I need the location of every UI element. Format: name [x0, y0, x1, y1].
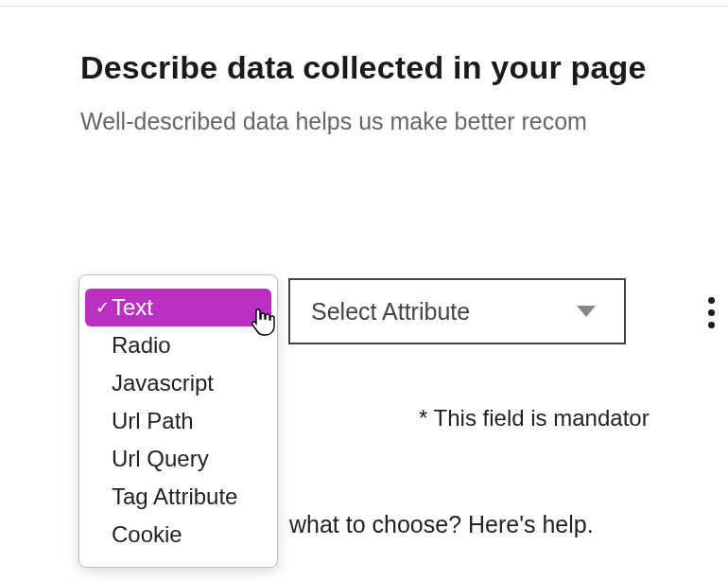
page-subtitle: Well-described data helps us make better… [80, 108, 587, 135]
type-option-label: Url Query [112, 446, 209, 471]
type-option-label: Javascript [112, 370, 214, 396]
chevron-down-icon [577, 306, 596, 317]
type-option-tag-attribute[interactable]: Tag Attribute [79, 478, 277, 516]
type-option-label: Radio [112, 332, 171, 358]
type-dropdown-menu[interactable]: ✓ Text Radio Javascript Url Path Url Que… [78, 274, 278, 568]
type-option-label: Url Path [112, 408, 194, 433]
check-icon: ✓ [93, 289, 112, 326]
type-option-text[interactable]: ✓ Text [85, 289, 271, 326]
type-option-url-path[interactable]: Url Path [79, 402, 277, 440]
mandatory-note: * This field is mandator [419, 405, 650, 431]
attribute-select[interactable]: Select Attribute [288, 278, 626, 344]
type-option-url-query[interactable]: Url Query [79, 440, 277, 478]
help-text: what to choose? Here's help. [289, 511, 594, 538]
type-option-cookie[interactable]: Cookie [79, 516, 277, 554]
type-option-label: Cookie [112, 521, 182, 547]
type-option-label: Tag Attribute [112, 484, 237, 509]
type-option-radio[interactable]: Radio [79, 326, 277, 364]
attribute-select-placeholder: Select Attribute [311, 298, 470, 326]
top-divider [0, 6, 728, 7]
type-option-javascript[interactable]: Javascript [79, 364, 277, 402]
page-title: Describe data collected in your page [80, 49, 647, 86]
kebab-icon[interactable] [692, 293, 728, 331]
type-option-label: Text [112, 294, 153, 320]
